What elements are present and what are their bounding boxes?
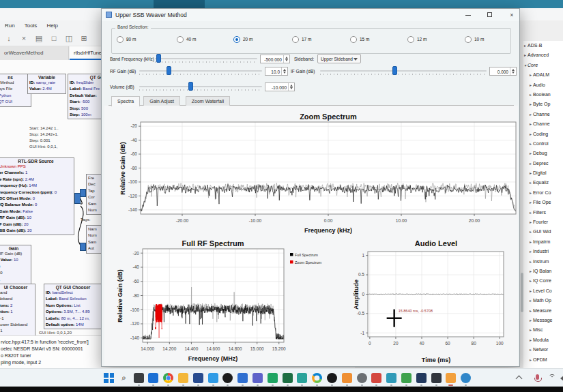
app-navy-icon[interactable] [416, 373, 427, 383]
menu-run[interactable]: Run [0, 20, 20, 31]
tree-item-fourier[interactable]: ▸Fourier [521, 217, 563, 227]
maximize-button[interactable] [480, 9, 500, 21]
grc-tab-orWeaverMethod[interactable]: orWeaverMethod [0, 46, 69, 60]
teams-icon[interactable] [252, 373, 263, 383]
tab-gain-adjust[interactable]: Gain Adjust [143, 96, 180, 106]
excel-icon[interactable] [283, 373, 293, 383]
tree-item-control[interactable]: ▸Control [521, 139, 563, 149]
rtl-sdr-source[interactable]: RTL-SDR SourceUnknown PPSer Channels: 1e… [0, 157, 74, 235]
tray-chevron-up-icon[interactable] [516, 376, 523, 382]
tree-item-adalm[interactable]: ▸ADALM [521, 70, 563, 80]
tree-item-level-co[interactable]: ▸Level Co [521, 286, 563, 296]
layers-red-icon[interactable] [371, 373, 381, 383]
radio-button[interactable] [407, 36, 414, 43]
if-gain-spinbox[interactable]: 0.000 [489, 67, 517, 76]
recorder-icon[interactable] [222, 373, 233, 383]
tree-item-equaliz[interactable]: ▸Equaliz [521, 178, 563, 187]
band-frequency-slider[interactable] [155, 55, 257, 64]
vscode-icon[interactable] [208, 373, 218, 383]
radio-button[interactable] [465, 36, 472, 43]
canvas-icon[interactable]: □ [48, 32, 60, 42]
tray-volume-icon[interactable] [560, 376, 563, 381]
tree-item-gui-wid[interactable]: ▸GUI Wid [521, 227, 563, 237]
tray-wifi-icon[interactable] [549, 374, 557, 382]
zoom-spectrum-chart[interactable]: -20.00-10.000.0010.0020.00-20-40-60-80-1… [102, 108, 521, 238]
tree-item-channe[interactable]: ▸Channe [521, 119, 563, 129]
tree-item-channe[interactable]: ▸Channe [521, 110, 563, 119]
tray-microphone-icon[interactable] [536, 374, 539, 380]
x-app-icon[interactable] [297, 373, 307, 383]
app-green-icon[interactable] [268, 373, 278, 383]
chat-teal-icon[interactable] [386, 373, 396, 383]
audio-level-chart[interactable]: 02040608010010.50-0.5-1Audio LevelTime (… [334, 238, 521, 366]
full-rf-spectrum-chart[interactable]: 14.00014.20014.40014.60014.80015.00015.2… [102, 238, 334, 366]
github-icon[interactable] [327, 373, 337, 383]
slider-handle[interactable] [188, 82, 193, 91]
samp-rate-variable[interactable]: VariableID: samp_rateValue: 2.4M [27, 74, 66, 94]
tree-item-instrum[interactable]: ▸Instrum [521, 257, 563, 267]
tree-item-file-ope[interactable]: ▸File Ope [521, 198, 563, 207]
tree-item-misc[interactable]: ▸Misc [521, 325, 563, 335]
tree-item-debug[interactable]: ▸Debug [521, 149, 563, 158]
radio-button[interactable] [117, 36, 124, 43]
band-select-chooser[interactable]: QT GUI ChooserID: bandSelectLabel: Band … [44, 284, 102, 329]
tree-item-core[interactable]: ▾Core [521, 61, 563, 70]
xlating-filter-block-port[interactable] [80, 189, 86, 197]
ring-app-icon[interactable] [312, 373, 322, 383]
flame-app-icon[interactable] [342, 373, 352, 383]
s-app-icon[interactable] [431, 373, 442, 383]
sideband-dropdown[interactable]: Upper Sideband [317, 54, 361, 63]
tree-item-message[interactable]: ▸Message [521, 316, 563, 325]
tab-spectra[interactable]: Spectra [111, 96, 140, 106]
radio-button[interactable] [177, 36, 184, 43]
slider-handle[interactable] [392, 66, 397, 75]
tree-item-byte-op[interactable]: ▸Byte Op [521, 100, 563, 109]
outlook-icon[interactable] [148, 373, 158, 383]
photos-icon[interactable] [237, 373, 248, 383]
rf-gain-slider[interactable] [139, 67, 262, 76]
tree-item-math-op[interactable]: ▸Math Op [521, 296, 563, 305]
filter-block-2-port[interactable] [80, 243, 86, 251]
tree-item-deprec[interactable]: ▸Deprec [521, 159, 563, 168]
tree-item-advanced[interactable]: ▸Advanced [521, 50, 563, 60]
scrollbar-thumb[interactable] [521, 273, 523, 312]
grid-icon[interactable]: ▤ [33, 32, 45, 43]
sideband-chooser[interactable]: UI Chooserbandidebandtions: 2ption: 1: -… [0, 284, 35, 335]
tree-item-coding[interactable]: ▸Coding [521, 130, 563, 139]
tab-zoom-waterfall[interactable]: Zoom Waterfall [186, 96, 230, 106]
if-gain-slider[interactable] [320, 67, 487, 76]
rf-gain-spinbox[interactable]: 10.0 [265, 67, 288, 76]
tree-item-modula[interactable]: ▸Modula [521, 335, 563, 345]
duplicate-icon[interactable]: ⊞ [78, 32, 90, 43]
search-icon[interactable]: ⌕ [119, 373, 129, 383]
radio-button[interactable] [350, 36, 357, 43]
tree-item-ads-b[interactable]: ▸ADS-B [521, 41, 563, 50]
split-icon[interactable]: ◫ [63, 32, 75, 43]
save-icon[interactable]: ↓ [3, 32, 15, 42]
minimize-button[interactable] [458, 9, 478, 21]
slider-handle[interactable] [156, 54, 161, 63]
rf-gain-range[interactable]: GainRF Gain (dB)t Value: 100501 [0, 245, 31, 284]
tree-item-networ[interactable]: ▸Networ [521, 345, 563, 355]
menu-help[interactable]: Help [42, 20, 62, 31]
tree-item-digital[interactable]: ▸Digital [521, 168, 563, 178]
tree-item-iq-balan[interactable]: ▸IQ Balan [521, 267, 563, 276]
file-explorer-icon[interactable] [178, 373, 188, 383]
volume-spinbox[interactable]: -10.000 [265, 82, 295, 91]
tree-item-audio[interactable]: ▸Audio [521, 80, 563, 90]
tree-item-measure[interactable]: ▸Measure [521, 306, 563, 316]
start-button[interactable] [104, 373, 114, 383]
tree-item-impairm[interactable]: ▸Impairm [521, 237, 563, 247]
dialog-titlebar[interactable]: Upper SSB Weaver Method × [102, 9, 519, 21]
radio-button[interactable] [292, 36, 299, 43]
chrome-icon[interactable] [163, 373, 173, 383]
edge-icon[interactable] [461, 373, 471, 383]
tree-item-ofdm[interactable]: ▸OFDM [521, 355, 563, 365]
band-frequency-spinbox[interactable]: -500.000 [260, 55, 290, 63]
menu-tools[interactable]: Tools [20, 20, 42, 31]
slider-handle[interactable] [167, 66, 171, 75]
close-button[interactable]: × [502, 9, 522, 21]
close-icon[interactable]: × [18, 32, 30, 42]
tree-item-filters[interactable]: ▸Filters [521, 208, 563, 217]
volume-slider[interactable] [139, 82, 262, 92]
